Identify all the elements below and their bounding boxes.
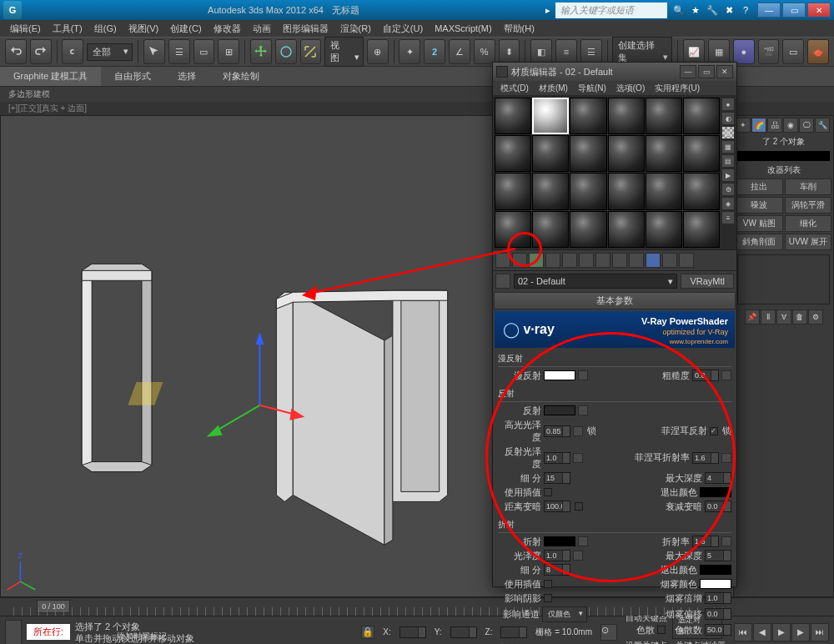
search-icon[interactable]: 🔍 [672, 3, 686, 17]
selection-filter-dropdown[interactable]: 全部 [87, 43, 133, 61]
go-sibling-button[interactable] [679, 253, 694, 268]
coord-x-value[interactable] [399, 626, 426, 638]
coord-y[interactable]: Y: [431, 627, 445, 636]
menu-edit[interactable]: 编辑(E) [5, 21, 46, 37]
pin-stack-icon[interactable]: 📌 [745, 309, 760, 325]
refract-gloss-spinner[interactable]: 1.0 [544, 550, 570, 561]
fresnel-ior-map[interactable] [721, 453, 731, 463]
memenu-utilities[interactable]: 实用程序(U) [651, 82, 704, 95]
mirror-button[interactable]: ◧ [530, 39, 552, 64]
minimize-button[interactable]: — [757, 3, 781, 18]
material-slot[interactable] [570, 211, 606, 248]
roughness-map-button[interactable] [721, 370, 731, 380]
mod-turbosmooth-button[interactable]: 涡轮平滑 [785, 197, 832, 214]
manipulate-button[interactable]: ✦ [399, 39, 420, 64]
fresnel-ior-spinner[interactable]: 1.6 [692, 452, 719, 464]
goto-end-button[interactable]: ⏭ [811, 623, 829, 641]
render-setup-button[interactable]: 🎬 [758, 39, 780, 64]
refl-interp-checkbox[interactable] [544, 488, 552, 496]
memenu-options[interactable]: 选项(O) [612, 82, 649, 95]
material-slot[interactable] [646, 135, 682, 172]
make-unique-button[interactable] [579, 253, 594, 268]
coord-x[interactable]: X: [379, 627, 394, 636]
material-slot[interactable] [683, 211, 720, 248]
video-check-icon[interactable]: ▤ [721, 154, 735, 168]
reflect-swatch[interactable] [544, 405, 575, 415]
spinner-snap-button[interactable]: ⬍ [499, 39, 520, 64]
sample-type-icon[interactable]: ● [721, 98, 735, 111]
menu-maxscript[interactable]: MAXScript(M) [430, 22, 496, 35]
memenu-material[interactable]: 材质(M) [535, 82, 572, 95]
pivot-button[interactable]: ⊕ [367, 39, 389, 64]
refract-ior-map[interactable] [721, 536, 731, 546]
material-slot[interactable] [646, 211, 682, 248]
menu-rendering[interactable]: 渲染(R) [335, 21, 376, 37]
refl-gloss-spinner[interactable]: 1.0 [544, 452, 570, 464]
snap-percent-button[interactable]: % [474, 39, 495, 64]
rollout-basic-header[interactable]: 基本参数 [494, 292, 736, 309]
show-map-button[interactable] [629, 253, 644, 268]
hilight-gloss-map[interactable] [573, 426, 583, 436]
redo-button[interactable] [30, 39, 52, 64]
assign-to-selection-button[interactable] [529, 253, 544, 268]
refl-maxdepth-spinner[interactable]: 4 [705, 472, 731, 484]
hilight-gloss-spinner[interactable]: 0.85 [544, 425, 570, 437]
modify-tab-icon[interactable]: 🌈 [751, 118, 766, 133]
display-tab-icon[interactable]: 🖵 [799, 118, 814, 133]
hierarchy-tab-icon[interactable]: 品 [767, 118, 782, 133]
fog-bias-spinner[interactable]: 0.0 [705, 608, 731, 620]
mod-lathe-button[interactable]: 车削 [785, 179, 832, 195]
material-slot[interactable] [495, 98, 531, 134]
fog-mult-spinner[interactable]: 1.0 [705, 592, 731, 604]
mateditor-close-button[interactable]: ✕ [716, 65, 733, 78]
reset-map-button[interactable] [545, 253, 560, 268]
material-slot[interactable] [683, 173, 720, 209]
background-icon[interactable]: ▦ [721, 126, 735, 139]
motion-tab-icon[interactable]: ◉ [783, 118, 798, 133]
unique-icon[interactable]: ∀ [776, 309, 791, 325]
material-slot[interactable] [495, 135, 531, 172]
window-crossing-button[interactable]: ⊞ [218, 39, 239, 64]
mod-extrude-button[interactable]: 拉出 [736, 179, 783, 195]
material-slot[interactable] [532, 211, 569, 248]
refcoord-dropdown[interactable]: 视图 [324, 37, 363, 67]
memenu-modes[interactable]: 模式(D) [496, 82, 533, 95]
maxscript-mini-icon[interactable] [5, 620, 22, 645]
show-end-icon[interactable]: Ⅱ [761, 309, 776, 325]
sample-uv-icon[interactable]: ▦ [721, 140, 735, 153]
help-arrow-icon[interactable]: ▸ [545, 5, 550, 16]
object-name-field[interactable] [737, 151, 830, 161]
mod-noise-button[interactable]: 噪波 [736, 197, 783, 214]
affect-channels-dropdown[interactable]: 仅颜色 [542, 606, 587, 622]
roughness-spinner[interactable]: 0.0 [692, 370, 719, 381]
memenu-navigation[interactable]: 导航(N) [574, 82, 610, 95]
show-end-button[interactable] [646, 253, 661, 268]
goto-start-button[interactable]: ⏮ [734, 623, 752, 641]
menu-tools[interactable]: 工具(T) [48, 21, 88, 37]
dim-distance-spinner[interactable]: 100.0 [544, 501, 570, 512]
preview-icon[interactable]: ▶ [721, 169, 735, 182]
refract-subdiv-spinner[interactable]: 8 [544, 564, 570, 576]
app-logo[interactable]: G [3, 1, 22, 19]
material-slot[interactable] [532, 173, 569, 209]
snap-angle-button[interactable]: ∠ [449, 39, 470, 64]
material-slot[interactable] [495, 173, 531, 209]
diffuse-swatch[interactable] [544, 370, 575, 380]
exchange-icon[interactable]: ✖ [722, 3, 736, 17]
abbe-spinner[interactable]: 50.0 [705, 624, 731, 636]
refract-exit-swatch[interactable] [700, 565, 731, 575]
snap-2d-button[interactable]: 2 [424, 39, 445, 64]
mod-unwrap-button[interactable]: UVW 展开 [785, 234, 832, 250]
ribbon-tab-selection[interactable]: 选择 [164, 67, 209, 86]
material-slot[interactable] [570, 135, 606, 172]
dim-on-checkbox[interactable] [575, 502, 583, 511]
create-tab-icon[interactable]: ✦ [736, 118, 751, 133]
refract-interp-checkbox[interactable] [544, 580, 552, 588]
select-by-mtl-icon[interactable]: ◈ [721, 197, 735, 210]
rotate-button[interactable] [275, 39, 297, 64]
material-name-field[interactable]: 02 - Default [514, 274, 677, 289]
put-to-scene-button[interactable] [512, 253, 527, 268]
menu-create[interactable]: 创建(C) [165, 21, 206, 37]
mtl-map-nav-icon[interactable]: ≡ [721, 211, 735, 224]
material-id-button[interactable] [612, 253, 627, 268]
